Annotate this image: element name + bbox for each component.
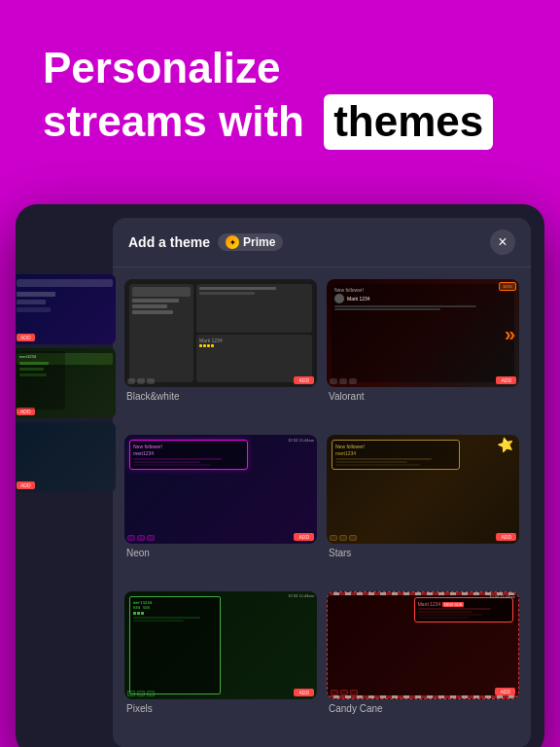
prime-star-icon: ✦ — [226, 235, 239, 249]
theme-item-valorant[interactable]: New follower! Marti 1234 » 10/01 — [327, 279, 519, 425]
modal-dialog: Add a theme ✦ Prime × — [113, 218, 531, 747]
partial-theme-preview2: ADD mert1234 — [16, 348, 116, 418]
theme-preview-pixels: mert1234 NEW SUB 10 — [124, 591, 317, 699]
page-background: Personalize streams with themes ADD ADD … — [0, 0, 560, 747]
headline-line2: streams with — [43, 97, 304, 145]
top-section: Personalize streams with themes — [0, 0, 560, 169]
theme-label-neon: Neon — [124, 548, 317, 558]
theme-item-stars[interactable]: New follower! mert1234 ⭐ ADD — [327, 435, 519, 581]
headline-highlight: themes — [324, 94, 493, 150]
themes-grid: Marti 1234 ADD — [113, 267, 531, 747]
theme-item-candycane[interactable]: Marti 1234 NEW SUB 10 04 11:44am ADD — [327, 591, 519, 737]
headline: Personalize streams with themes — [43, 43, 517, 150]
prime-badge[interactable]: ✦ Prime — [218, 233, 283, 251]
modal-title: Add a theme — [128, 234, 210, 250]
theme-item-blackwhite[interactable]: Marti 1234 ADD — [124, 279, 317, 425]
device-frame: ADD ADD mert1234 ADD — [16, 204, 544, 747]
partial-theme-preview: ADD — [16, 274, 116, 344]
modal-header-left: Add a theme ✦ Prime — [128, 233, 283, 251]
theme-preview-stars: New follower! mert1234 ⭐ ADD — [327, 435, 519, 543]
theme-label-candycane: Candy Cane — [327, 703, 519, 714]
theme-preview-neon: New follower! mert1234 ADD — [124, 435, 317, 543]
theme-preview-valorant: New follower! Marti 1234 » 10/01 — [327, 279, 519, 387]
theme-item-pixels[interactable]: mert1234 NEW SUB 10 — [124, 591, 317, 737]
modal-header: Add a theme ✦ Prime × — [113, 218, 531, 267]
partial-left-card: ADD ADD mert1234 ADD — [16, 261, 122, 742]
headline-line1: Personalize — [43, 44, 281, 91]
theme-preview-blackwhite: Marti 1234 ADD — [124, 279, 317, 387]
theme-label-blackwhite: Black&white — [124, 391, 317, 402]
theme-item-neon[interactable]: New follower! mert1234 ADD — [124, 435, 317, 581]
partial-theme-preview3: ADD — [16, 422, 116, 492]
theme-preview-candycane: Marti 1234 NEW SUB 10 04 11:44am ADD — [327, 591, 519, 699]
prime-label: Prime — [243, 235, 275, 249]
theme-label-stars: Stars — [327, 548, 519, 558]
theme-label-pixels: Pixels — [124, 703, 317, 714]
close-button[interactable]: × — [490, 230, 515, 255]
theme-label-valorant: Valorant — [327, 391, 519, 402]
